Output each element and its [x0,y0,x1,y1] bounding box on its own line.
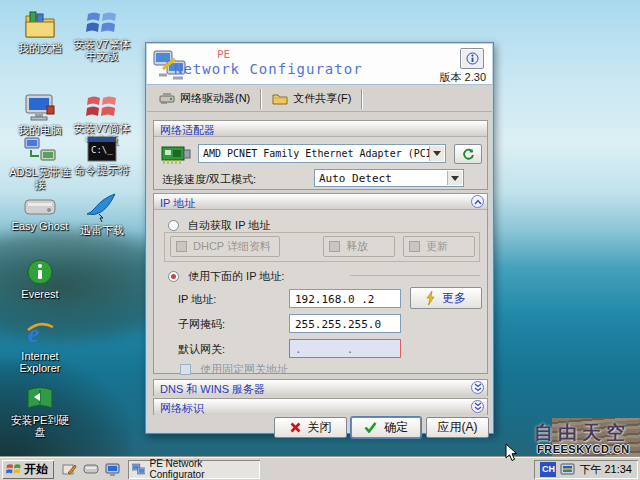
desktop-icon-label: 迅雷下载 [70,224,134,236]
chevron-down-icon [447,171,462,185]
task-app-icon [132,463,145,475]
gateway-label: 默认网关: [178,342,225,357]
desktop-icon-install-v7-traditional[interactable]: 安装V7繁体中文版 [70,8,134,62]
quick-launch [54,462,128,476]
desktop-icon-everest[interactable]: Everest [8,258,72,300]
thunder-download-icon [85,192,119,222]
ok-button[interactable]: 确定 [351,417,421,438]
info-button[interactable] [460,48,484,69]
desktop-icon-install-pe[interactable]: 安装PE到硬盘 [8,384,72,438]
desktop-screen: 自由天空 FREESKYCD.CN 我的文档 安装V7繁体中文版 我的电脑 安装… [0,0,640,480]
pe-network-configurator-window: PE Network Configurator 版本 2.30 网络驱动器(N)… [145,42,494,434]
wallpaper-watermark-site: FREESKYCD.CN [537,443,630,455]
desktop-icon-label: 安装PE到硬盘 [8,414,72,438]
renew-label: 更新 [426,239,448,254]
expand-dns-button[interactable] [471,381,484,394]
expand-netid-button[interactable] [471,400,484,413]
file-sharing-button[interactable]: 文件共享(F) [264,88,359,110]
desktop-icon-internet-explorer[interactable]: e Internet Explorer [8,318,72,374]
netid-section-header: 网络标识 [154,399,487,415]
install-pe-icon [24,384,56,412]
display-tray-icon[interactable] [560,463,575,476]
shared-folder-icon [272,92,288,105]
command-prompt-icon: C:\_ [87,136,117,162]
static-frame-line [350,275,480,276]
checkbox-unchecked-icon [180,364,191,375]
gateway-input[interactable] [289,339,401,358]
desktop-icon-label: Easy Ghost [8,220,72,232]
toolbar-separator [260,89,262,109]
dhcp-details-label: DHCP 详细资料 [193,239,271,254]
static-ip-radio[interactable]: 使用下面的 IP 地址: [168,269,284,284]
desktop-icon-my-documents[interactable]: 我的文档 [8,8,72,54]
fixed-gateway-label: 使用固定网关地址 [200,363,288,375]
network-id-section[interactable]: 网络标识 [153,398,488,415]
desktop-icon-label: Internet Explorer [8,350,72,374]
taskbar-task-pe-network-configurator[interactable]: PE Network Configurator [128,460,260,479]
desktop-icon-adsl-connection[interactable]: ADSL宽带连接 [8,136,72,190]
dhcp-icon [176,241,187,252]
desktop-icon-command-prompt[interactable]: C:\_ 命令提示符 [70,136,134,176]
adapter-select[interactable]: AMD PCNET Family Ethernet Adapter (PCI) [198,144,446,163]
auto-ip-radio[interactable]: 自动获取 IP 地址 [168,218,270,233]
refresh-adapters-button[interactable] [454,144,482,164]
adapter-section-title: 网络适配器 [160,124,215,136]
toolbar-separator [361,89,363,109]
desktop-icon-easy-ghost[interactable]: Easy Ghost [8,196,72,232]
ip-address-input[interactable] [289,289,401,308]
dns-section-header: DNS 和 WINS 服务器 [154,380,487,396]
window-header: PE Network Configurator 版本 2.30 [147,44,492,85]
start-label: 开始 [24,461,48,478]
ip-address-group: IP 地址 自动获取 IP 地址 DHCP 详细资料 释放 [153,193,488,374]
taskbar: 开始 PE Network Configurator CH 下午 21:34 [0,457,640,480]
netid-section-title: 网络标识 [160,402,204,414]
apply-label: 应用(A) [438,419,478,436]
start-button[interactable]: 开始 [2,460,54,479]
my-computer-icon [23,92,57,122]
release-button[interactable]: 释放 [323,236,395,257]
file-sharing-label: 文件共享(F) [293,91,351,106]
window-toolbar: 网络驱动器(N) 文件共享(F) [147,86,492,112]
network-drives-label: 网络驱动器(N) [180,91,250,106]
language-indicator[interactable]: CH [540,462,556,477]
more-label: 更多 [442,290,466,307]
desktop-icon-thunder-download[interactable]: 迅雷下载 [70,192,134,236]
tray-clock[interactable]: 下午 21:34 [579,462,632,477]
close-label: 关闭 [308,419,332,436]
radio-checked-icon [168,271,179,282]
network-drives-button[interactable]: 网络驱动器(N) [151,88,258,110]
dns-section-title: DNS 和 WINS 服务器 [160,383,265,395]
subnet-mask-input[interactable] [289,314,401,333]
static-ip-label: 使用下面的 IP 地址: [188,270,284,282]
ip-section-header: IP 地址 [154,194,487,210]
double-chevron-down-icon [474,383,482,392]
speed-duplex-value: Auto Detect [319,172,392,185]
adsl-connection-icon [23,136,57,164]
renew-button[interactable]: 更新 [403,236,475,257]
desktop-icon-label: 我的电脑 [8,124,72,136]
chevron-down-icon [429,146,444,161]
fixed-gateway-checkbox[interactable]: 使用固定网关地址 [180,362,288,377]
desktop-icon-my-computer[interactable]: 我的电脑 [8,92,72,136]
close-button[interactable]: 关闭 [274,417,347,438]
network-drive-icon [159,92,175,105]
chevron-up-icon [474,199,482,205]
dns-wins-section[interactable]: DNS 和 WINS 服务器 [153,379,488,396]
collapse-section-button[interactable] [471,195,484,208]
close-x-icon [290,422,301,433]
more-button[interactable]: 更多 [410,287,482,309]
dhcp-details-button[interactable]: DHCP 详细资料 [170,236,280,257]
ghost-quick-icon[interactable] [83,463,99,475]
desktop-icon-label: 安装V7繁体中文版 [70,38,134,62]
double-chevron-down-icon [474,402,482,411]
ip-section-title: IP 地址 [160,197,195,209]
everest-info-icon [26,258,54,286]
info-icon [466,52,479,65]
ok-label: 确定 [384,419,408,436]
desktop-icon-label: Everest [8,288,72,300]
display-quick-icon[interactable] [105,463,120,476]
check-icon [364,422,377,433]
apply-button[interactable]: 应用(A) [426,417,489,438]
show-desktop-icon[interactable] [62,462,77,476]
speed-duplex-select[interactable]: Auto Detect [314,169,464,187]
